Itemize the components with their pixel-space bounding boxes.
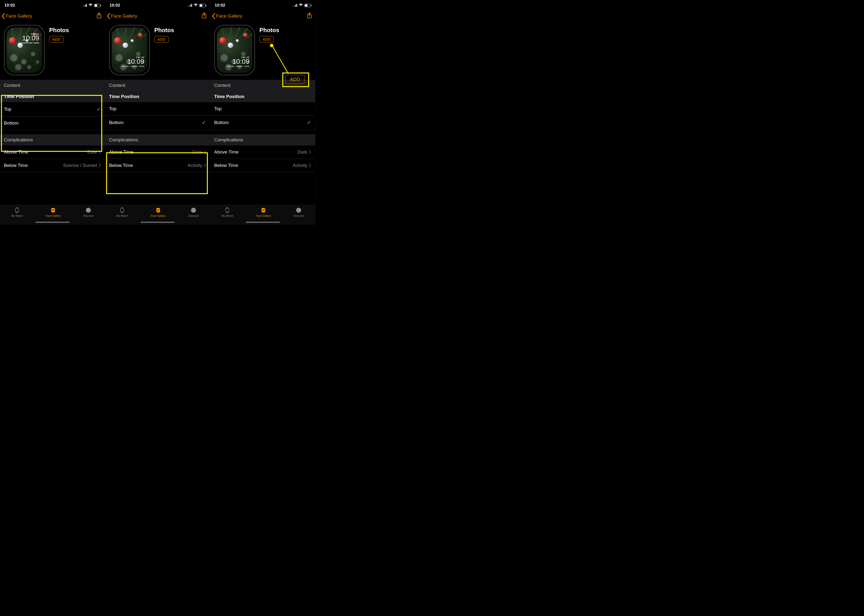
status-right xyxy=(188,3,206,8)
add-button-large[interactable]: ADD xyxy=(285,75,305,84)
watch-face-image: FRI 23 10:09 500CAL • 30MIN • 12/12 xyxy=(217,27,252,73)
svg-rect-10 xyxy=(121,212,123,213)
section-time-position: Time Position xyxy=(105,91,210,102)
svg-rect-9 xyxy=(121,207,123,208)
row-label: Above Time xyxy=(4,149,28,155)
row-label: Top xyxy=(4,107,11,112)
row-value: Date xyxy=(192,149,202,155)
status-bar: 10:02 xyxy=(105,0,210,11)
list-row[interactable]: Above Time Date xyxy=(210,146,315,159)
svg-rect-1 xyxy=(16,208,19,212)
status-time: 10:02 xyxy=(5,3,15,8)
watch-icon xyxy=(224,207,231,213)
wifi-icon xyxy=(194,3,198,8)
tab-label: Discover xyxy=(83,214,94,217)
checkmark-icon: ✓ xyxy=(202,119,206,126)
section-complications: Complications xyxy=(0,134,105,146)
wifi-icon xyxy=(299,3,303,8)
tab-discover[interactable]: Discover xyxy=(294,207,304,217)
row-label: Above Time xyxy=(214,149,239,155)
chevron-left-icon xyxy=(107,13,110,19)
list-row[interactable]: Top xyxy=(210,102,315,116)
tab-discover[interactable]: Discover xyxy=(83,207,94,217)
row-label: Top xyxy=(109,106,116,112)
checkmark-icon: ✓ xyxy=(307,119,311,126)
checkmark-icon: ✓ xyxy=(97,106,101,112)
tab-face-gallery[interactable]: Face Gallery xyxy=(151,207,166,217)
list-row[interactable]: Above Time Date xyxy=(105,146,210,159)
back-button[interactable]: Face Gallery xyxy=(107,13,137,19)
status-bar: 10:02 xyxy=(0,0,105,11)
gallery-icon xyxy=(155,207,162,213)
chevron-left-icon xyxy=(212,13,216,19)
list-row[interactable]: Bottom xyxy=(0,116,105,130)
watch-subline: 7:03PM 8HR 53MIN xyxy=(21,42,39,44)
share-button[interactable] xyxy=(201,12,207,20)
face-title: Photos xyxy=(260,27,279,34)
share-button[interactable] xyxy=(307,12,312,20)
tab-my-watch[interactable]: My Watch xyxy=(11,207,23,217)
section-content: Content xyxy=(105,80,210,91)
row-value: Date xyxy=(87,149,97,155)
chevron-right-icon xyxy=(204,150,206,154)
watch-subline: 500CAL • 30MIN • 12/12 xyxy=(122,65,144,68)
watch-face-image: FRI 23 10:09 500CAL • 30MIN • 12/12 xyxy=(112,27,147,73)
row-label: Bottom xyxy=(214,120,229,125)
add-button[interactable]: ADD xyxy=(154,36,168,42)
svg-rect-3 xyxy=(16,212,18,213)
add-button[interactable]: ADD xyxy=(260,36,274,42)
row-value: Date xyxy=(297,149,307,155)
list-row[interactable]: Bottom ✓ xyxy=(105,116,210,130)
share-button[interactable] xyxy=(96,12,102,20)
row-label: Bottom xyxy=(4,120,19,126)
watch-face-image: FRI 23 10:09 7:03PM 8HR 53MIN xyxy=(6,27,42,73)
row-label: Top xyxy=(214,106,222,112)
back-button[interactable]: Face Gallery xyxy=(212,13,242,19)
watch-frame: FRI 23 10:09 500CAL • 30MIN • 12/12 xyxy=(214,25,255,75)
nav-bar: Face Gallery xyxy=(105,11,210,23)
tab-my-watch[interactable]: My Watch xyxy=(222,207,233,217)
face-title: Photos xyxy=(49,27,69,34)
tab-discover[interactable]: Discover xyxy=(188,207,199,217)
wifi-icon xyxy=(88,3,93,8)
tab-label: Face Gallery xyxy=(151,214,166,217)
tab-face-gallery[interactable]: Face Gallery xyxy=(46,207,61,217)
home-indicator[interactable] xyxy=(36,222,69,223)
add-button[interactable]: ADD xyxy=(49,36,63,42)
chevron-right-icon xyxy=(99,150,101,154)
row-value: Activity xyxy=(188,163,202,168)
chevron-right-icon xyxy=(204,163,206,167)
compass-icon xyxy=(85,207,92,213)
tab-face-gallery[interactable]: Face Gallery xyxy=(256,207,271,217)
section-time-position: Time Position xyxy=(210,91,315,102)
share-icon xyxy=(307,12,312,19)
list-row[interactable]: Top ✓ xyxy=(0,102,105,116)
list-row[interactable]: Top xyxy=(105,102,210,116)
svg-rect-17 xyxy=(227,212,228,213)
battery-icon xyxy=(199,4,206,7)
watch-frame: FRI 23 10:09 7:03PM 8HR 53MIN xyxy=(4,25,45,75)
watch-icon xyxy=(14,207,20,213)
tab-label: My Watch xyxy=(11,214,23,217)
signal-icon xyxy=(82,4,87,7)
list-row[interactable]: Below Time Sunrise / Sunset xyxy=(0,159,105,172)
watch-frame: FRI 23 10:09 500CAL • 30MIN • 12/12 xyxy=(109,25,150,75)
tab-my-watch[interactable]: My Watch xyxy=(116,207,128,217)
list-row[interactable]: Above Time Date xyxy=(0,146,105,159)
status-right xyxy=(82,3,101,8)
home-indicator[interactable] xyxy=(141,222,175,223)
tab-label: My Watch xyxy=(116,214,128,217)
chevron-right-icon xyxy=(309,150,311,154)
status-right xyxy=(293,3,311,8)
list-row[interactable]: Below Time Activity xyxy=(210,159,315,172)
status-time: 10:02 xyxy=(110,3,120,8)
tab-bar: My Watch Face Gallery Discover xyxy=(105,205,210,225)
back-button[interactable]: Face Gallery xyxy=(2,13,32,19)
list-row[interactable]: Below Time Activity xyxy=(105,159,210,172)
face-preview-row: FRI 23 10:09 500CAL • 30MIN • 12/12 Phot… xyxy=(105,23,210,80)
list-row[interactable]: Bottom ✓ xyxy=(210,116,315,130)
home-indicator[interactable] xyxy=(246,222,280,223)
section-complications: Complications xyxy=(210,134,315,146)
row-value: Sunrise / Sunset xyxy=(63,163,97,168)
section-complications: Complications xyxy=(105,134,210,146)
